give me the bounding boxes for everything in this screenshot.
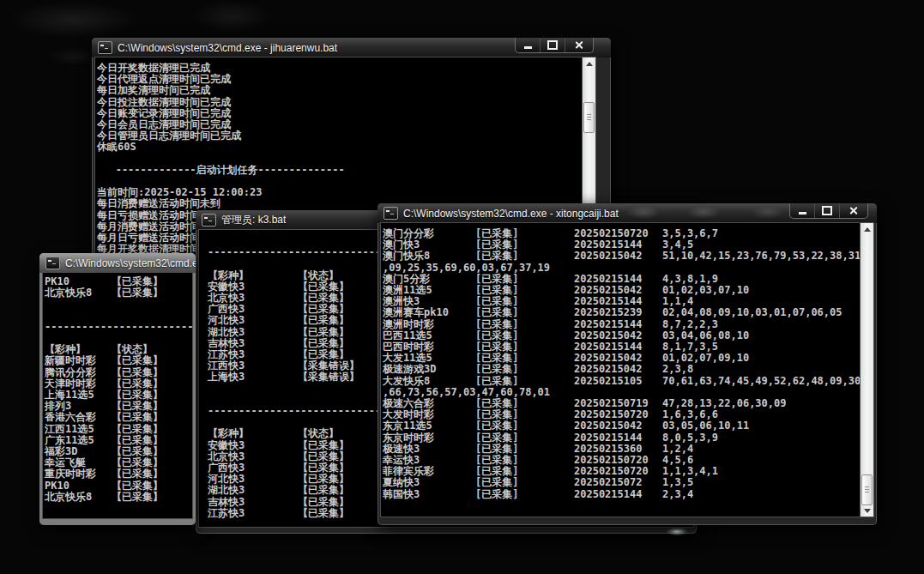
console-cell: 夏纳快3 [383, 477, 475, 488]
console-cell: [已采集] [475, 307, 574, 318]
console-cell: 极速游戏3D [383, 364, 475, 375]
console-cell: 【已采集】 [112, 480, 163, 492]
console-line: 重庆时时彩【已采集】 [45, 468, 192, 480]
maximize-button[interactable] [814, 203, 839, 218]
scroll-up-button[interactable] [583, 57, 595, 69]
console-cell: 东京时时彩 [383, 432, 475, 444]
console-cell: 20250215042 [574, 420, 662, 432]
console-line [97, 154, 583, 165]
console-cell: 【已采集】 [298, 497, 349, 508]
console-line: 北京快乐8【已采集】 [45, 492, 192, 503]
console-cell: 2,3,4 [662, 489, 693, 500]
console-cell: 吉林快3 [208, 497, 298, 508]
console-line: 东京时时彩[已采集]202502151448,0,5,3,9 [383, 432, 861, 444]
console-line [45, 299, 192, 310]
console-cell: [已采集] [475, 489, 574, 500]
console-cell: 20250215105 [574, 376, 662, 387]
console-cell: 2,3,8 [662, 364, 693, 375]
window-title: C:\Windows\system32\cmd.exe - xitongcaij… [403, 208, 619, 220]
close-button[interactable] [839, 203, 867, 218]
console-line: 夏纳快3[已采集]202502150721,3,5 [383, 477, 861, 488]
console-cell: -------------------------- [45, 322, 192, 333]
console-output: PK10【已采集】北京快乐8【已采集】---------------------… [43, 273, 192, 518]
console-cell: 20250215042 [574, 251, 662, 262]
console-cell: 今日投注数据清理时间已完成 [97, 97, 231, 108]
console-cell: 澳洲赛车pk10 [383, 307, 475, 318]
console-cell: 香港六合彩 [45, 412, 112, 423]
arrow-up-icon [864, 227, 871, 232]
console-cell: 湖北快3 [208, 327, 298, 338]
console-line: 极速游戏3D[已采集]202502150422,3,8 [383, 364, 861, 375]
console-cell: 【已采集】 [112, 412, 163, 423]
console-line: 澳洲赛车pk10[已采集]2025021523902,04,08,09,10,0… [383, 307, 861, 318]
console-cell: 【已采集】 [298, 485, 349, 496]
console-cell: 【已采集】 [112, 367, 163, 378]
console-line: 澳洲时时彩[已采集]202502151448,7,2,2,3 [383, 319, 861, 330]
titlebar-cmd-left[interactable]: C:\Windows\system32\cmd.exe [39, 253, 196, 273]
maximize-button[interactable] [540, 38, 565, 52]
close-button[interactable] [565, 38, 593, 52]
minimize-button[interactable] [790, 203, 814, 218]
scroll-down-button[interactable] [861, 505, 873, 517]
cmd-icon [383, 207, 398, 220]
console-cell: [已采集] [475, 364, 574, 375]
window-cmd-left: C:\Windows\system32\cmd.exe PK10【已采集】北京快… [39, 253, 196, 525]
console-line: -------------------------- [45, 322, 192, 333]
desktop-smudge [9, 2, 137, 38]
cmd-icon [45, 257, 60, 269]
console-cell: PK10 [45, 480, 112, 492]
cmd-icon [202, 214, 216, 227]
window-xitongcaiji: C:\Windows\system32\cmd.exe - xitongcaij… [377, 203, 877, 525]
console-line: 江西11选5【已采集】 [45, 424, 192, 435]
scroll-up-button[interactable] [861, 223, 873, 235]
console-cell: 澳门快乐8 [383, 251, 475, 262]
console-cell: 江西11选5 [45, 424, 112, 435]
scrollbar-thumb[interactable] [583, 102, 595, 133]
console-cell: 1,3,5 [662, 477, 693, 488]
console-cell: 上海快3 [208, 372, 298, 383]
console-cell: 安徽快3 [208, 440, 298, 451]
console-cell: 02,04,08,09,10,03,01,07,06,05 [662, 307, 842, 318]
console-cell: 【已采集】 [112, 287, 163, 299]
console-cell: ,09,25,35,69,60,03,67,37,19 [383, 263, 550, 274]
console-cell: 每日消费赠送活动时间未到 [97, 198, 220, 209]
scrollbar-thumb[interactable] [861, 474, 873, 505]
console-line: PK10【已采集】 [45, 480, 192, 492]
console-cell: 河北快3 [208, 315, 298, 326]
console-cell: 51,10,42,15,23,76,79,53,22,38,31 [662, 251, 861, 262]
console-xitongcaiji: 澳门分分彩[已采集]2025021507203,5,3,6,7澳门快3[已采集]… [381, 223, 873, 517]
console-line: 每日加奖清理时间已完成 [97, 85, 583, 96]
console-line: 澳门快乐8[已采集]2025021504251,10,42,15,23,76,7… [383, 251, 861, 262]
desktop-smudge [47, 47, 99, 66]
corner-glow [662, 526, 691, 537]
console-line: 香港六合彩【已采集】 [45, 412, 192, 423]
minimize-icon [799, 212, 806, 214]
console-cell: 【已采集】 [298, 315, 349, 326]
scrollbar[interactable] [860, 223, 873, 517]
console-cell: 每日加奖清理时间已完成 [97, 85, 210, 96]
console-cell: [已采集] [475, 319, 574, 330]
console-cell: 8,7,2,2,3 [662, 319, 718, 330]
console-line: 韩国快3[已采集]202502151442,3,4 [383, 489, 861, 500]
console-cell: 重庆时时彩 [45, 468, 112, 480]
console-cell: 【已采集】 [112, 424, 163, 435]
desktop-smudge [193, 0, 270, 33]
titlebar-reflection [626, 206, 661, 219]
window-title: C:\Windows\system32\cmd.exe - jihuarenwu… [118, 42, 337, 54]
console-cell: 20250215144 [574, 432, 662, 444]
console-cell: 【状态】 [298, 428, 339, 439]
console-cmd-left: PK10【已采集】北京快乐8【已采集】---------------------… [43, 273, 192, 518]
console-cell: 【彩种】 [208, 270, 298, 281]
console-cell: 【已采集】 [298, 508, 349, 519]
caption-buttons [789, 203, 868, 219]
console-cell: 澳洲时时彩 [383, 319, 475, 330]
minimize-button[interactable] [516, 38, 540, 52]
console-cell: 【已采集】 [298, 440, 349, 451]
console-cell: 【采集错误】 [298, 372, 359, 383]
console-cell: 腾讯分分彩 [45, 367, 112, 378]
console-cell: [已采集] [475, 420, 574, 432]
console-cell: 东京11选5 [383, 420, 475, 432]
console-cell: 韩国快3 [383, 489, 475, 500]
console-cell: 休眠60S [97, 142, 136, 153]
console-cell: 【彩种】 [208, 428, 298, 439]
